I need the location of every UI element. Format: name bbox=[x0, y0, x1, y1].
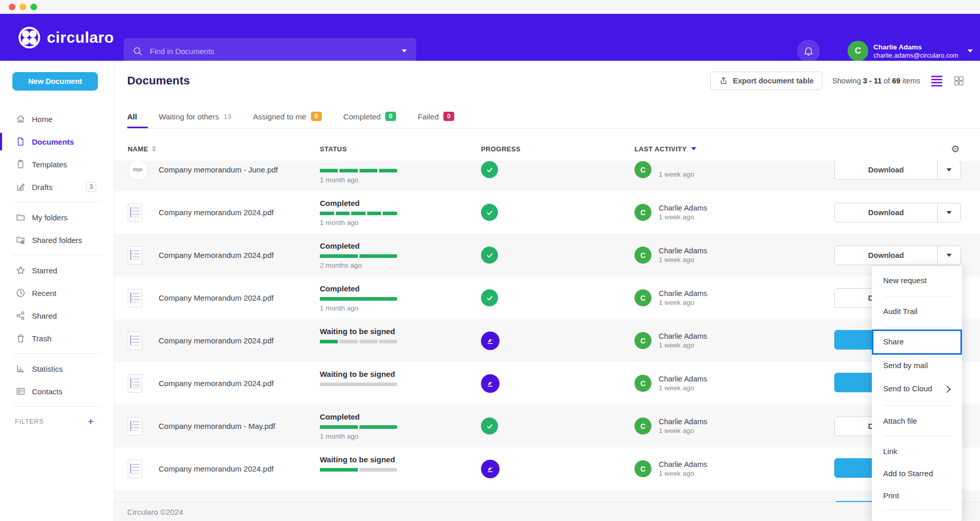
menu-item-send-to-cloud[interactable]: Send to Cloud bbox=[883, 384, 932, 393]
table-row[interactable]: Company memorandum 2024.pdf Waiting to b… bbox=[114, 362, 980, 405]
zoom-window-button[interactable] bbox=[30, 4, 37, 10]
document-thumbnail-icon bbox=[128, 374, 142, 393]
row-actions-context-menu: New request Audit Trail Share Send by ma… bbox=[872, 266, 962, 521]
completed-check-icon bbox=[481, 161, 498, 178]
sort-desc-icon bbox=[691, 147, 696, 150]
menu-item-link[interactable]: Link bbox=[883, 447, 898, 456]
grid-view-toggle[interactable] bbox=[953, 75, 965, 86]
document-name[interactable]: Company memorandum 2024.pdf bbox=[159, 379, 320, 388]
menu-divider bbox=[883, 327, 953, 327]
tab-badge: 0 bbox=[385, 112, 396, 121]
notifications-button[interactable] bbox=[797, 40, 820, 62]
download-button[interactable]: Download bbox=[834, 246, 961, 265]
search-input[interactable] bbox=[149, 46, 402, 56]
filters-section: FILTERS + bbox=[0, 410, 114, 433]
document-name[interactable]: Company memorandum 2024.pdf bbox=[159, 464, 320, 473]
copyright-text: Circularo ©2024 bbox=[127, 508, 183, 516]
status-title bbox=[320, 161, 481, 165]
progress-bar bbox=[320, 468, 397, 472]
activity-avatar: C bbox=[634, 247, 651, 264]
sidebar-item-home[interactable]: Home bbox=[0, 108, 114, 130]
tab-failed[interactable]: Failed 0 bbox=[407, 105, 465, 128]
sidebar-item-templates[interactable]: Templates bbox=[0, 153, 114, 176]
activity-avatar: C bbox=[634, 161, 651, 178]
table-row[interactable]: Company memorandum 2024.pdf Waiting to b… bbox=[114, 319, 980, 362]
table-row[interactable]: PDF Company memorandum - June.pdf 1 mont… bbox=[114, 161, 980, 191]
activity-user: Charlie Adams bbox=[659, 374, 707, 384]
column-status[interactable]: STATUS bbox=[320, 145, 481, 153]
folder-icon bbox=[15, 212, 26, 222]
menu-item-send-by-mail[interactable]: Send by mail bbox=[883, 361, 928, 370]
sidebar-item-shared-folders[interactable]: Shared folders bbox=[0, 229, 114, 251]
signature-pending-icon bbox=[481, 332, 500, 350]
export-icon bbox=[719, 76, 728, 85]
page-footer: Circularo ©2024 bbox=[114, 502, 980, 521]
table-settings-gear-icon[interactable]: ⚙ bbox=[951, 143, 960, 154]
sidebar-item-statistics[interactable]: Statistics bbox=[0, 357, 114, 380]
document-name[interactable]: Company Memorandum 2024.pdf bbox=[159, 293, 320, 302]
add-filter-button[interactable]: + bbox=[88, 416, 94, 427]
activity-avatar: C bbox=[634, 460, 651, 477]
close-window-button[interactable] bbox=[9, 4, 15, 10]
row-actions-dropdown-button[interactable] bbox=[937, 203, 960, 222]
menu-item-add-to-starred[interactable]: Add to Starred bbox=[883, 469, 933, 478]
activity-user bbox=[659, 161, 694, 170]
tab-all[interactable]: All bbox=[127, 105, 148, 128]
page-title: Documents bbox=[127, 74, 190, 88]
sidebar-item-label: My folders bbox=[32, 213, 67, 222]
sidebar-item-documents[interactable]: Documents bbox=[0, 130, 114, 153]
row-actions-dropdown-button[interactable] bbox=[937, 161, 960, 179]
menu-item-attach-file[interactable]: Attach file bbox=[883, 416, 917, 426]
tab-waiting-for-others[interactable]: Waiting for others 13 bbox=[148, 105, 242, 128]
user-avatar: C bbox=[848, 41, 868, 61]
table-row[interactable] bbox=[114, 490, 980, 502]
user-menu[interactable]: C Charlie Adams charlie.adams@circularo.… bbox=[848, 41, 973, 61]
search-bar[interactable] bbox=[124, 38, 416, 64]
sidebar-item-contacts[interactable]: Contacts bbox=[0, 380, 114, 403]
document-name[interactable]: Company Memorandum 2024.pdf bbox=[159, 251, 320, 259]
document-name[interactable]: Company memorandum 2024.pdf bbox=[159, 336, 320, 345]
list-view-toggle[interactable] bbox=[930, 75, 943, 88]
sidebar-item-drafts[interactable]: Drafts 3 bbox=[0, 176, 114, 198]
new-document-button[interactable]: New Document bbox=[12, 72, 98, 91]
sidebar-item-shared[interactable]: Shared bbox=[0, 304, 114, 327]
search-scope-caret-icon[interactable] bbox=[402, 49, 407, 53]
tab-completed[interactable]: Completed 0 bbox=[333, 105, 407, 128]
status-title: Waiting to be signed bbox=[320, 369, 481, 379]
download-button[interactable]: Download bbox=[834, 161, 961, 180]
sidebar-item-label: Drafts bbox=[32, 183, 53, 192]
column-progress[interactable]: PROGRESS bbox=[481, 145, 634, 153]
column-last-activity[interactable]: LAST ACTIVITY bbox=[634, 145, 834, 153]
table-row[interactable]: Company memorandum 2024.pdf Waiting to b… bbox=[114, 447, 980, 490]
table-row[interactable]: Company memorandum 2024.pdf Completed 1 … bbox=[114, 191, 980, 234]
column-name[interactable]: NAME bbox=[128, 145, 320, 153]
document-name[interactable]: Company memorandum 2024.pdf bbox=[159, 208, 320, 217]
download-button[interactable]: Download bbox=[834, 203, 961, 222]
sidebar-item-starred[interactable]: Starred bbox=[0, 259, 114, 282]
table-row[interactable]: Company Memorandum 2024.pdf Completed 1 … bbox=[114, 276, 980, 319]
status-title: Completed bbox=[320, 284, 481, 293]
document-name[interactable]: Company memorandum - May.pdf bbox=[159, 422, 320, 430]
sidebar-divider bbox=[12, 406, 101, 407]
sidebar-item-label: Templates bbox=[32, 160, 67, 169]
activity-avatar: C bbox=[634, 418, 651, 435]
menu-item-print[interactable]: Print bbox=[883, 491, 899, 500]
minimize-window-button[interactable] bbox=[20, 4, 26, 10]
activity-avatar: C bbox=[634, 332, 651, 349]
tab-badge: 0 bbox=[443, 112, 454, 121]
tab-count: 13 bbox=[223, 113, 231, 120]
tab-assigned-to-me[interactable]: Assigned to me 0 bbox=[242, 105, 332, 128]
menu-item-audit-trail[interactable]: Audit Trail bbox=[883, 307, 918, 316]
sidebar-item-my-folders[interactable]: My folders bbox=[0, 206, 114, 229]
table-row[interactable]: Company memorandum - May.pdf Completed 1… bbox=[114, 405, 980, 447]
sidebar-item-recent[interactable]: Recent bbox=[0, 282, 114, 304]
menu-item-new-request[interactable]: New request bbox=[883, 276, 926, 285]
export-document-table-button[interactable]: Export document table bbox=[710, 72, 822, 90]
menu-item-share[interactable]: Share bbox=[883, 337, 904, 346]
sidebar-item-trash[interactable]: Trash bbox=[0, 327, 114, 350]
row-actions-dropdown-button-open[interactable] bbox=[937, 246, 960, 265]
table-row[interactable]: Company Memorandum 2024.pdf Completed 2 … bbox=[114, 234, 980, 276]
document-name[interactable]: Company memorandum - June.pdf bbox=[159, 165, 320, 174]
brand-logo[interactable]: circularo bbox=[19, 27, 114, 48]
progress-bar bbox=[320, 340, 397, 343]
